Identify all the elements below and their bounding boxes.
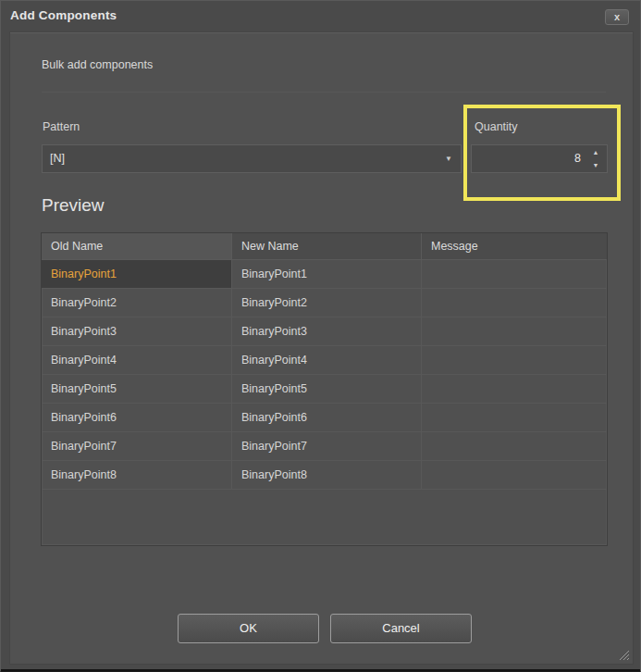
- cell-message[interactable]: [422, 404, 607, 432]
- cell-message[interactable]: [422, 346, 607, 375]
- spin-down-icon[interactable]: ▼: [589, 160, 602, 171]
- resize-grip-icon[interactable]: [617, 648, 630, 661]
- chevron-down-icon: ▼: [445, 145, 452, 172]
- add-components-dialog: Add Components x Bulk add components Pat…: [0, 0, 641, 672]
- cell-message[interactable]: [422, 375, 607, 404]
- cell-new-name[interactable]: BinaryPoint8: [232, 461, 422, 490]
- table-row[interactable]: BinaryPoint2 BinaryPoint2: [42, 289, 607, 317]
- table-row[interactable]: BinaryPoint4 BinaryPoint4: [42, 346, 607, 375]
- cell-new-name[interactable]: BinaryPoint2: [232, 289, 422, 317]
- cell-old-name[interactable]: BinaryPoint8: [42, 461, 232, 490]
- cell-message[interactable]: [422, 317, 607, 346]
- cell-new-name[interactable]: BinaryPoint4: [232, 346, 422, 375]
- cell-new-name[interactable]: BinaryPoint6: [232, 404, 422, 432]
- cell-message[interactable]: [422, 260, 607, 289]
- table-row[interactable]: BinaryPoint3 BinaryPoint3: [42, 317, 607, 346]
- table-row[interactable]: BinaryPoint5 BinaryPoint5: [42, 375, 607, 404]
- cell-old-name[interactable]: BinaryPoint6: [42, 404, 232, 432]
- cancel-button[interactable]: Cancel: [330, 614, 472, 643]
- dialog-body-panel: Bulk add components Pattern [N] ▼ Quanti…: [9, 31, 634, 665]
- cell-old-name[interactable]: BinaryPoint2: [42, 289, 232, 317]
- bulk-add-label: Bulk add components: [42, 58, 153, 71]
- pattern-label: Pattern: [43, 120, 80, 133]
- column-header-old-name[interactable]: Old Name: [42, 233, 232, 260]
- dialog-titlebar[interactable]: Add Components x: [1, 1, 640, 31]
- pattern-dropdown-value: [N]: [50, 152, 65, 165]
- quantity-label: Quantity: [475, 120, 518, 133]
- table-row[interactable]: BinaryPoint6 BinaryPoint6: [42, 404, 607, 432]
- table-row[interactable]: BinaryPoint1 BinaryPoint1: [42, 260, 607, 289]
- close-button[interactable]: x: [605, 9, 629, 25]
- cell-old-name[interactable]: BinaryPoint3: [42, 317, 232, 346]
- cell-message[interactable]: [422, 432, 607, 461]
- quantity-value: 8: [574, 145, 581, 172]
- table-row[interactable]: BinaryPoint7 BinaryPoint7: [42, 432, 607, 461]
- cell-new-name[interactable]: BinaryPoint1: [232, 260, 422, 289]
- section-divider: [42, 92, 606, 93]
- table-row[interactable]: BinaryPoint8 BinaryPoint8: [42, 461, 607, 490]
- quantity-spin-buttons: ▲ ▼: [589, 147, 602, 171]
- cell-old-name[interactable]: BinaryPoint1: [42, 260, 232, 289]
- preview-table-header: Old Name New Name Message: [42, 233, 607, 260]
- cell-message[interactable]: [422, 289, 607, 317]
- ok-button[interactable]: OK: [178, 614, 319, 643]
- cell-new-name[interactable]: BinaryPoint5: [232, 375, 422, 404]
- preview-heading: Preview: [42, 195, 105, 216]
- preview-table-body: BinaryPoint1 BinaryPoint1 BinaryPoint2 B…: [42, 260, 607, 490]
- cell-message[interactable]: [422, 461, 607, 490]
- cell-old-name[interactable]: BinaryPoint4: [42, 346, 232, 375]
- spin-up-icon[interactable]: ▲: [589, 147, 602, 158]
- cell-new-name[interactable]: BinaryPoint3: [232, 317, 422, 346]
- preview-table: Old Name New Name Message BinaryPoint1 B…: [41, 232, 608, 546]
- cell-old-name[interactable]: BinaryPoint7: [42, 432, 232, 461]
- dialog-bottom-edge: [1, 669, 640, 671]
- dialog-title: Add Components: [10, 8, 117, 22]
- pattern-dropdown[interactable]: [N] ▼: [42, 144, 462, 173]
- cell-old-name[interactable]: BinaryPoint5: [42, 375, 232, 404]
- column-header-message[interactable]: Message: [422, 233, 607, 260]
- cell-new-name[interactable]: BinaryPoint7: [232, 432, 422, 461]
- quantity-stepper[interactable]: 8 ▲ ▼: [471, 144, 608, 173]
- column-header-new-name[interactable]: New Name: [232, 233, 422, 260]
